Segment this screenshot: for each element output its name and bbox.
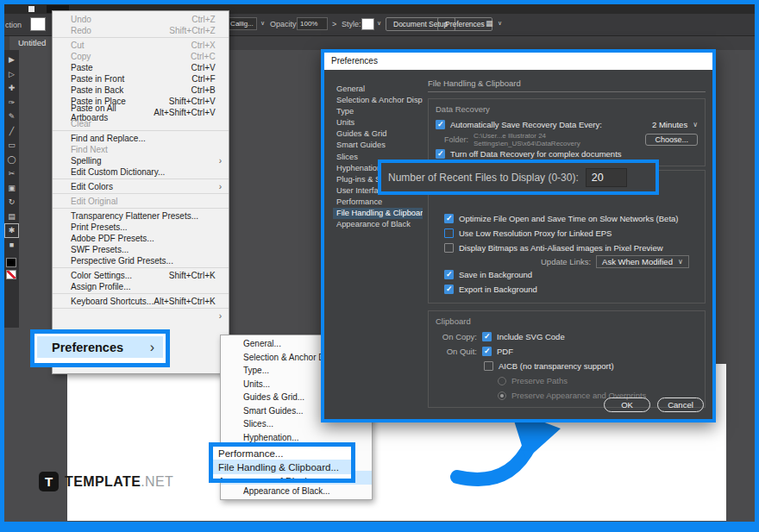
choose-button[interactable]: Choose... (645, 134, 698, 146)
stroke-none-swatch[interactable] (6, 270, 16, 279)
dialog-sidebar-item[interactable]: Units (333, 117, 423, 128)
selection-label: ction (5, 21, 22, 29)
style-caret-icon[interactable]: ∨ (377, 20, 381, 27)
edit-menu-item[interactable]: Adobe PDF Presets... › (53, 233, 229, 244)
edit-menu-item[interactable]: Find Next › (53, 144, 229, 155)
folder-row: Folder: C:\User...e Illustrator 24 Setti… (436, 133, 698, 146)
edit-menu-item[interactable]: Copy Ctrl+C › (53, 51, 229, 62)
menu-item-shortcut: Alt+Shift+Ctrl+V (154, 108, 215, 117)
opacity-chevron-icon[interactable]: > (332, 20, 336, 28)
preferences-button[interactable]: Preferences (437, 17, 492, 31)
edit-menu-item[interactable]: Print Presets... › (53, 222, 229, 233)
edit-menu-item[interactable]: Paste on All Artboards Alt+Shift+Ctrl+V … (53, 107, 229, 118)
interval-dropdown[interactable]: 2 Minutes ∨ (652, 120, 698, 129)
menu-item-label: Paste (71, 63, 93, 72)
tool-icon[interactable]: ╱ (4, 124, 19, 139)
fill-swatch[interactable] (6, 258, 16, 267)
submenu-item-file-handling[interactable]: File Handling & Clipboard... (213, 460, 351, 474)
edit-menu-item[interactable]: › (53, 310, 229, 322)
dialog-sidebar-item[interactable]: Selection & Anchor Display (333, 95, 423, 106)
ok-button[interactable]: OK (604, 397, 650, 412)
dialog-sidebar-item[interactable]: General (333, 84, 423, 95)
document-tab[interactable]: Untitled (9, 36, 54, 50)
edit-menu-item[interactable]: Transparency Flattener Presets... › (53, 210, 229, 222)
tool-icon[interactable]: ▣ (4, 181, 19, 196)
brush-caret-icon[interactable]: ∨ (260, 20, 265, 27)
tool-icon[interactable]: ✚ (4, 81, 19, 96)
menu-item-label: Perspective Grid Presets... (71, 256, 173, 266)
edit-menu-item[interactable]: Color Settings... Shift+Ctrl+K › (53, 270, 229, 281)
dialog-sidebar-item[interactable]: Performance (333, 197, 423, 208)
clipboard-label: Clipboard (436, 316, 698, 326)
background-option-checkbox[interactable] (444, 285, 454, 294)
fill-color-swatch[interactable] (30, 17, 46, 31)
preferences-callout-box: Preferences › (30, 329, 170, 367)
edit-menu-item[interactable]: Paste in Back Ctrl+B › (53, 84, 229, 96)
include-svg-checkbox[interactable] (482, 332, 492, 341)
submenu-arrow-icon: › (150, 340, 154, 355)
edit-menu-item[interactable]: Edit Original › (53, 196, 229, 209)
background-option-checkbox[interactable] (444, 270, 454, 279)
tool-icon[interactable]: ▷ (4, 67, 19, 82)
dialog-sidebar-item[interactable]: File Handling & Clipboard (333, 208, 423, 219)
menu-item-preferences[interactable]: Preferences › (37, 336, 163, 358)
edit-menu-item[interactable]: Undo Ctrl+Z › (53, 14, 229, 25)
option-checkbox[interactable] (444, 228, 454, 238)
app-window: ction uch Callig... ∨ Opacity: 100% > St… (0, 0, 759, 532)
edit-menu-item[interactable]: Spelling › (53, 155, 229, 166)
submenu-item[interactable]: Appearance of Black... (221, 485, 372, 498)
edit-menu-item[interactable]: Cut Ctrl+X › (53, 40, 229, 51)
dialog-sidebar-item[interactable]: Appearance of Black (333, 219, 423, 230)
on-quit-label: On Quit: (436, 347, 477, 356)
tool-icon[interactable]: ✂ (4, 166, 19, 181)
dialog-sidebar-item[interactable]: Smart Guides (333, 140, 423, 151)
tool-icon[interactable]: ▤ (4, 210, 19, 224)
edit-menu-item[interactable]: Edit Colors › (53, 181, 229, 194)
sidebar-item-label: Units (336, 118, 354, 127)
opacity-input[interactable]: 100% (297, 17, 328, 30)
edit-menu-item[interactable]: SWF Presets... › (53, 244, 229, 255)
edit-menu-item[interactable]: Assign Profile... › (53, 281, 229, 294)
preserve-appearance-radio[interactable] (498, 391, 506, 400)
submenu-item-performance[interactable]: Performance... (213, 447, 351, 460)
tool-icon[interactable]: ▶ (4, 53, 19, 67)
tool-glyph: ▶ (9, 55, 15, 64)
auto-save-checkbox[interactable] (436, 120, 445, 129)
aicb-checkbox[interactable] (484, 361, 493, 371)
edit-menu-item[interactable]: Perspective Grid Presets... › (53, 255, 229, 268)
clipboard-panel: Clipboard On Copy: Include SVG Code On Q… (428, 310, 706, 408)
sidebar-item-label: Type (336, 107, 354, 116)
edit-menu-item[interactable]: Find and Replace... › (53, 133, 229, 144)
tool-icon[interactable]: ✑ (4, 96, 19, 110)
submenu-item-appearance[interactable]: Appearance of Black... (213, 474, 351, 483)
tool-icon[interactable]: ✎ (4, 110, 19, 124)
edit-menu-item[interactable]: Keyboard Shortcuts... Alt+Shift+Ctrl+K › (53, 296, 229, 309)
menu-item-label: Find Next (71, 145, 108, 154)
tool-icon[interactable]: ■ (4, 238, 19, 253)
turn-off-checkbox[interactable] (436, 149, 445, 159)
option-label: Use Low Resolution Proxy for Linked EPS (459, 228, 612, 238)
dialog-sidebar-item[interactable]: Guides & Grid (333, 128, 423, 140)
tool-icon[interactable]: ▭ (4, 138, 19, 153)
tool-icon[interactable]: ↻ (4, 195, 19, 210)
tool-icon[interactable]: ✱ (4, 223, 19, 238)
update-links-dropdown[interactable]: Ask When Modified ∨ (596, 255, 689, 268)
style-swatch[interactable] (361, 18, 374, 30)
preserve-paths-radio[interactable] (498, 377, 506, 385)
panel-caret-icon[interactable]: ∨ (498, 20, 502, 27)
edit-menu-item[interactable]: Redo Shift+Ctrl+Z › (53, 25, 229, 38)
aicb-label: AICB (no transparency support) (499, 361, 614, 371)
recent-files-input[interactable]: 20 (586, 168, 627, 187)
edit-menu-item[interactable]: Paste in Front Ctrl+F › (53, 73, 229, 84)
edit-menu-item[interactable]: Paste Ctrl+V › (53, 62, 229, 73)
pdf-checkbox[interactable] (482, 347, 492, 356)
option-checkbox[interactable] (444, 214, 454, 223)
tool-icon[interactable]: ◯ (4, 153, 19, 167)
cancel-button[interactable]: Cancel (657, 397, 704, 412)
app-icon (28, 6, 34, 12)
align-panel-icon[interactable]: ▦ (486, 19, 493, 28)
dialog-sidebar-item[interactable]: Type (333, 106, 423, 117)
edit-menu-item[interactable]: Edit Custom Dictionary... › (53, 166, 229, 179)
option-checkbox[interactable] (444, 243, 454, 253)
dialog-title[interactable]: Preferences (324, 53, 712, 70)
